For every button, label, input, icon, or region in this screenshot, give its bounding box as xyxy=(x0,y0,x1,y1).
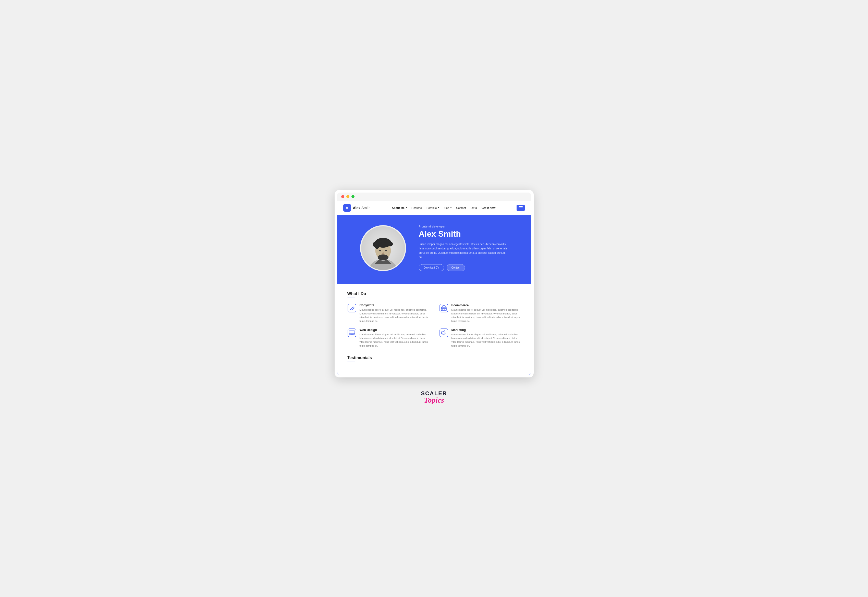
service-content-ecommerce: Ecommerce Mauris neque libero, aliquet v… xyxy=(451,303,521,323)
minimize-dot[interactable] xyxy=(346,195,349,198)
svg-rect-25 xyxy=(440,329,448,337)
nav-link-blog[interactable]: Blog ▾ xyxy=(444,206,451,209)
service-marketing: Marketing Mauris neque libero, aliquet v… xyxy=(439,328,521,348)
nav-item-about[interactable]: About Me ▾ xyxy=(392,206,407,209)
service-copywrite: Copywrite Mauris neque libero, aliquet v… xyxy=(347,303,429,323)
nav-link-about[interactable]: About Me ▾ xyxy=(392,206,407,209)
hamburger-line xyxy=(519,208,523,208)
svg-point-18 xyxy=(442,309,443,310)
testimonials-title: Testimonials xyxy=(347,355,521,360)
service-title-webdesign: Web Design xyxy=(360,328,429,332)
svg-point-9 xyxy=(381,239,385,243)
service-title-copywrite: Copywrite xyxy=(360,303,429,307)
service-webdesign: Web Design Mauris neque libero, aliquet … xyxy=(347,328,429,348)
shop-icon xyxy=(439,303,448,313)
service-desc-marketing: Mauris neque libero, aliquet vel mollis … xyxy=(451,333,521,348)
contact-button[interactable]: Contact xyxy=(447,264,465,271)
nav-item-cta[interactable]: Get it Now xyxy=(482,206,495,209)
svg-point-7 xyxy=(377,240,381,244)
hero-subtitle: Frontend-developer xyxy=(419,225,508,228)
chevron-down-icon: ▾ xyxy=(450,206,451,209)
chevron-down-icon: ▾ xyxy=(438,206,439,209)
browser-window: A Alex Smith About Me ▾ Resume xyxy=(335,190,534,377)
scaler-footer: SCALER Topics xyxy=(418,388,450,407)
content-area: What I Do xyxy=(337,284,531,375)
testimonials-underline xyxy=(347,362,355,362)
service-title-ecommerce: Ecommerce xyxy=(451,303,521,307)
svg-point-13 xyxy=(385,249,387,251)
service-desc-ecommerce: Mauris neque libero, aliquet vel mollis … xyxy=(451,308,521,323)
nav-link-cta[interactable]: Get it Now xyxy=(482,206,495,209)
nav-item-extra[interactable]: Extra xyxy=(470,206,477,209)
nav-link-contact[interactable]: Contact xyxy=(456,206,466,209)
section-underline xyxy=(347,298,355,298)
nav-brand-name: Alex Smith xyxy=(353,206,371,210)
close-dot[interactable] xyxy=(341,195,344,198)
fullscreen-dot[interactable] xyxy=(351,195,354,198)
svg-point-10 xyxy=(375,245,379,249)
hero-buttons: Download CV Contact xyxy=(419,264,508,271)
browser-chrome xyxy=(337,193,531,201)
navbar: A Alex Smith About Me ▾ Resume xyxy=(337,201,531,215)
hamburger-line xyxy=(519,209,523,209)
service-desc-copywrite: Mauris neque libero, aliquet vel mollis … xyxy=(360,308,429,323)
monitor-icon xyxy=(347,328,357,337)
service-content-copywrite: Copywrite Mauris neque libero, aliquet v… xyxy=(360,303,429,323)
service-ecommerce: Ecommerce Mauris neque libero, aliquet v… xyxy=(439,303,521,323)
pencil-icon xyxy=(347,303,357,313)
services-grid: Copywrite Mauris neque libero, aliquet v… xyxy=(347,303,521,348)
service-content-webdesign: Web Design Mauris neque libero, aliquet … xyxy=(360,328,429,348)
avatar xyxy=(360,225,406,271)
what-i-do-title: What I Do xyxy=(347,291,521,296)
svg-rect-15 xyxy=(440,304,448,312)
nav-item-contact[interactable]: Contact xyxy=(456,206,466,209)
scaler-subtitle: Topics xyxy=(424,396,444,404)
hamburger-line xyxy=(519,206,523,207)
nav-brand: A Alex Smith xyxy=(343,204,371,212)
service-title-marketing: Marketing xyxy=(451,328,521,332)
portfolio-page: A Alex Smith About Me ▾ Resume xyxy=(337,201,531,375)
download-cv-button[interactable]: Download CV xyxy=(419,264,444,271)
svg-rect-16 xyxy=(441,307,447,310)
hero-description: Fusce tempor magna mi, non egestas velit… xyxy=(419,242,508,259)
nav-link-resume[interactable]: Resume xyxy=(411,206,422,209)
avatar-wrapper xyxy=(360,225,406,271)
nav-logo: A xyxy=(343,204,351,212)
testimonials-section: Testimonials xyxy=(347,355,521,362)
svg-rect-21 xyxy=(349,331,355,334)
hero-section: Frontend-developer Alex Smith Fusce temp… xyxy=(337,215,531,284)
what-i-do-section: What I Do xyxy=(347,291,521,348)
nav-item-blog[interactable]: Blog ▾ xyxy=(444,206,451,209)
nav-link-extra[interactable]: Extra xyxy=(470,206,477,209)
hero-info: Frontend-developer Alex Smith Fusce temp… xyxy=(419,225,508,271)
nav-item-portfolio[interactable]: Portfolio ▾ xyxy=(426,206,439,209)
svg-point-19 xyxy=(444,309,445,310)
hero-name: Alex Smith xyxy=(419,230,508,238)
megaphone-icon xyxy=(439,328,448,337)
svg-point-8 xyxy=(386,240,389,244)
hamburger-button[interactable] xyxy=(517,205,525,211)
service-desc-webdesign: Mauris neque libero, aliquet vel mollis … xyxy=(360,333,429,348)
svg-point-12 xyxy=(379,249,381,251)
nav-item-resume[interactable]: Resume xyxy=(411,206,422,209)
nav-link-portfolio[interactable]: Portfolio ▾ xyxy=(426,206,439,209)
chevron-down-icon: ▾ xyxy=(406,206,407,209)
nav-links: About Me ▾ Resume Portfolio ▾ xyxy=(392,206,495,209)
service-content-marketing: Marketing Mauris neque libero, aliquet v… xyxy=(451,328,521,348)
